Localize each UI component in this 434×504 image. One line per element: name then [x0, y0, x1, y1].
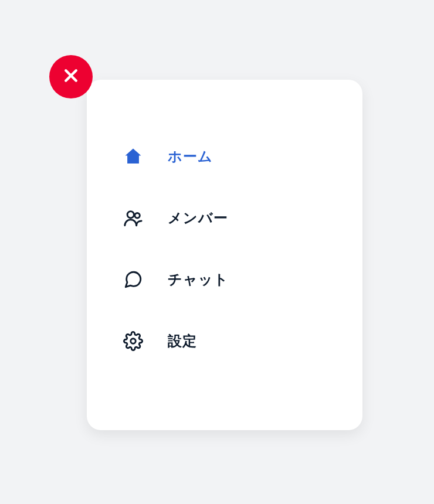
menu-item-chat[interactable]: チャット: [122, 268, 362, 291]
menu-item-home[interactable]: ホーム: [122, 145, 362, 168]
menu-item-label: チャット: [168, 270, 229, 289]
menu-item-label: ホーム: [168, 147, 213, 166]
menu-item-members[interactable]: メンバー: [122, 207, 362, 229]
chat-icon: [122, 268, 144, 291]
menu-item-settings[interactable]: 設定: [122, 330, 362, 352]
members-icon: [122, 207, 144, 229]
home-icon: [122, 145, 144, 168]
close-button[interactable]: [49, 55, 93, 98]
settings-icon: [122, 330, 144, 352]
svg-point-4: [131, 339, 136, 344]
menu-item-label: 設定: [168, 332, 197, 350]
menu-card: ホーム メンバー チャット 設定: [87, 80, 362, 430]
close-icon: [62, 67, 80, 87]
svg-point-2: [127, 212, 134, 218]
svg-point-3: [135, 213, 140, 219]
menu-item-label: メンバー: [168, 209, 228, 227]
